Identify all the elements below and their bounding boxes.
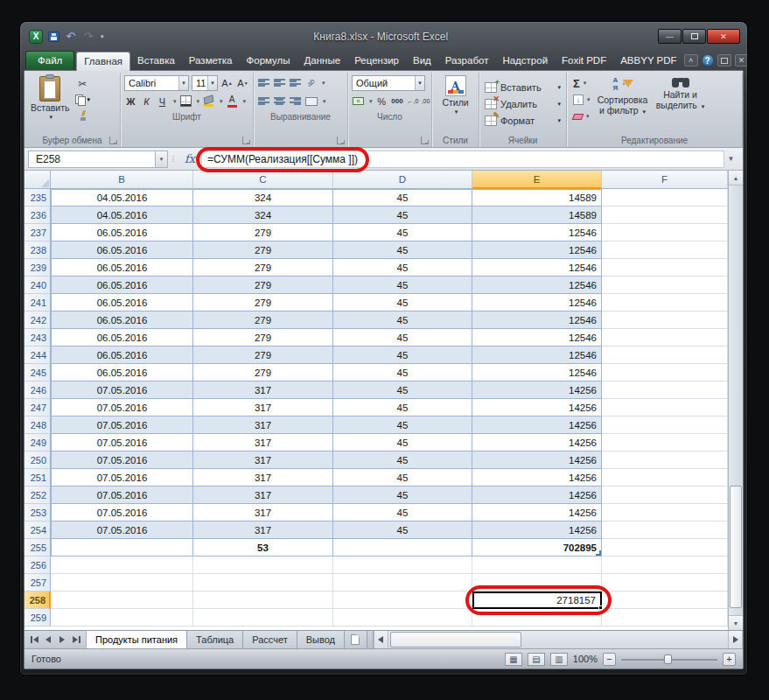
row-header-251[interactable]: 251 xyxy=(24,469,51,486)
cell-B249[interactable]: 07.05.2016 xyxy=(51,434,193,452)
ribbon-tab-8[interactable]: Разработ xyxy=(438,52,496,70)
cell-E256[interactable] xyxy=(472,556,602,574)
name-box-caret-icon[interactable]: ▼ xyxy=(156,150,168,168)
ribbon-tab-11[interactable]: ABBYY PDF xyxy=(613,52,683,70)
row-header-256[interactable]: 256 xyxy=(24,556,51,574)
cell-C257[interactable] xyxy=(193,574,333,592)
insert-cells-button[interactable]: + Вставить ▾ xyxy=(482,79,563,95)
italic-button[interactable]: К xyxy=(140,94,153,108)
row-header-249[interactable]: 249 xyxy=(24,434,51,452)
cell-D249[interactable]: 45 xyxy=(333,434,472,452)
cell-B237[interactable]: 06.05.2016 xyxy=(51,224,193,242)
row-header-241[interactable]: 241 xyxy=(24,294,51,312)
cell-B242[interactable]: 06.05.2016 xyxy=(51,312,193,329)
cell-F246[interactable] xyxy=(602,382,728,399)
cell-D259[interactable] xyxy=(333,609,472,626)
align-left-button[interactable] xyxy=(257,94,270,108)
cell-D257[interactable] xyxy=(333,574,472,592)
row-header-243[interactable]: 243 xyxy=(24,329,51,346)
copy-button[interactable]: ▾ xyxy=(75,93,91,107)
number-dialog-launcher[interactable] xyxy=(421,136,429,144)
name-box[interactable]: E258 xyxy=(28,150,156,168)
cell-F259[interactable] xyxy=(602,609,728,626)
cell-D251[interactable]: 45 xyxy=(333,469,472,486)
cell-E236[interactable]: 14589 xyxy=(472,206,602,224)
row-header-255[interactable]: 255 xyxy=(24,539,51,556)
cell-C239[interactable]: 279 xyxy=(193,259,333,276)
cell-F255[interactable] xyxy=(602,539,728,556)
comma-style-button[interactable]: 000 xyxy=(391,94,404,108)
cell-F258[interactable] xyxy=(602,592,728,609)
cell-D244[interactable]: 45 xyxy=(333,346,472,364)
minimize-button[interactable]: — xyxy=(658,29,682,44)
insert-function-button[interactable]: fx xyxy=(178,152,201,165)
ribbon-tab-9[interactable]: Надстрой xyxy=(495,52,555,70)
redo-button[interactable]: ↷ xyxy=(81,30,95,44)
cell-D242[interactable]: 45 xyxy=(333,312,472,329)
workbook-restore-icon[interactable] xyxy=(717,54,731,66)
shrink-font-button[interactable]: А▼ xyxy=(236,75,249,90)
undo-button[interactable]: ↶ xyxy=(64,30,78,44)
row-header-246[interactable]: 246 xyxy=(24,382,51,399)
cell-E251[interactable]: 14256 xyxy=(472,469,602,486)
caret-icon[interactable]: ▾ xyxy=(323,98,326,105)
vertical-scroll-thumb[interactable] xyxy=(730,486,742,608)
scroll-right-icon[interactable] xyxy=(728,631,743,648)
cell-D255[interactable] xyxy=(333,539,472,556)
cell-B239[interactable]: 06.05.2016 xyxy=(51,259,193,276)
cell-E249[interactable]: 14256 xyxy=(472,434,602,452)
sheet-tab-1[interactable]: Таблица xyxy=(187,631,243,648)
cell-E247[interactable]: 14256 xyxy=(472,399,602,416)
align-middle-button[interactable] xyxy=(273,75,286,90)
cell-F240[interactable] xyxy=(602,276,728,294)
cell-B243[interactable]: 06.05.2016 xyxy=(51,329,193,346)
row-header-245[interactable]: 245 xyxy=(24,364,51,382)
cell-B235[interactable]: 04.05.2016 xyxy=(51,189,193,206)
minimize-ribbon-icon[interactable]: ˄ xyxy=(684,54,698,66)
borders-button[interactable] xyxy=(179,94,192,108)
sheet-tab-2[interactable]: Рассчет xyxy=(243,631,297,648)
cell-F247[interactable] xyxy=(602,399,728,416)
cell-D243[interactable]: 45 xyxy=(333,329,472,346)
row-header-254[interactable]: 254 xyxy=(24,522,51,539)
caret-icon[interactable]: ▾ xyxy=(220,98,223,105)
normal-view-button[interactable]: ▦ xyxy=(505,653,522,666)
bold-button[interactable]: Ж xyxy=(124,94,137,108)
cell-F251[interactable] xyxy=(602,469,728,486)
cell-C236[interactable]: 324 xyxy=(193,206,333,224)
cell-B247[interactable]: 07.05.2016 xyxy=(51,399,193,416)
ribbon-tab-6[interactable]: Рецензир xyxy=(347,52,406,70)
close-button[interactable]: ✕ xyxy=(707,29,740,44)
formula-input[interactable]: =СУММ(Реализация[[Сумма ]]) xyxy=(201,150,724,168)
cell-D235[interactable]: 45 xyxy=(333,189,472,206)
cell-B258[interactable] xyxy=(51,592,193,609)
cell-C248[interactable]: 317 xyxy=(193,416,333,434)
cell-C253[interactable]: 317 xyxy=(193,504,333,522)
row-header-257[interactable]: 257 xyxy=(24,574,51,592)
cell-E252[interactable]: 14256 xyxy=(472,486,602,504)
cell-D238[interactable]: 45 xyxy=(333,242,472,259)
column-header-D[interactable]: D xyxy=(333,171,472,189)
cell-D246[interactable]: 45 xyxy=(333,382,472,399)
vertical-scrollbar[interactable]: ▲ ▼ xyxy=(728,171,743,630)
align-top-button[interactable] xyxy=(257,75,270,90)
fill-handle[interactable] xyxy=(598,606,603,610)
ribbon-tab-2[interactable]: Вставка xyxy=(130,52,182,70)
number-format-combo[interactable]: Общий▼ xyxy=(352,75,425,91)
cell-E250[interactable]: 14256 xyxy=(472,452,602,469)
cell-D253[interactable]: 45 xyxy=(333,504,472,522)
row-header-240[interactable]: 240 xyxy=(24,276,51,294)
cell-C245[interactable]: 279 xyxy=(193,364,333,382)
row-header-244[interactable]: 244 xyxy=(24,346,51,364)
cell-B257[interactable] xyxy=(51,574,193,592)
sheet-tab-3[interactable]: Вывод xyxy=(297,631,345,648)
cell-C237[interactable]: 279 xyxy=(193,224,333,242)
caret-icon[interactable]: ▾ xyxy=(197,98,200,105)
cell-E259[interactable] xyxy=(472,609,602,626)
horizontal-scrollbar[interactable] xyxy=(374,631,743,648)
cell-F243[interactable] xyxy=(602,329,728,346)
excel-logo-icon[interactable]: X xyxy=(29,30,43,44)
cell-B250[interactable]: 07.05.2016 xyxy=(51,452,193,469)
align-center-button[interactable] xyxy=(273,94,286,108)
cell-C244[interactable]: 279 xyxy=(193,346,333,364)
